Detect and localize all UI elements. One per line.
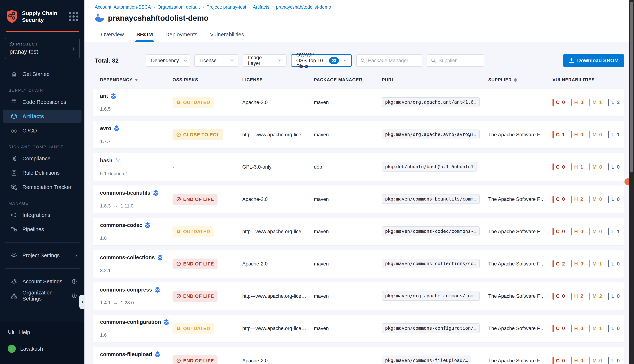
purl-value[interactable]: pkg:maven/commons-configuration/… [382, 323, 480, 333]
column-dependency[interactable]: DEPENDENCY [100, 77, 173, 82]
table-header: DEPENDENCY OSS RISKS LICENSE PACKAGE MAN… [93, 77, 624, 82]
oss-risk-badge: OUTDATED [173, 97, 214, 108]
app-title: Supply Chain Security [22, 10, 65, 23]
table-row[interactable]: ant 1.6.5 OUTDATED Apache-2.0 maven pkg:… [93, 88, 624, 116]
license-value: GPL-3.0-only [242, 164, 314, 170]
purl-value[interactable]: pkg:maven/commons-fileupload/… [382, 356, 471, 364]
cube-icon [10, 42, 14, 46]
vulnerability-counts[interactable]: C0 H2 M2 L0 [552, 293, 624, 300]
breadcrumb-organization[interactable]: Organization: default [158, 4, 200, 10]
scrollbar-thumb[interactable] [630, 2, 633, 172]
vulnerability-counts[interactable]: C0 H0 M1 L2 [552, 99, 624, 106]
vulnerability-counts[interactable]: C0 H2 M0 L0 [552, 196, 624, 203]
app-switcher-icon[interactable] [69, 12, 79, 21]
sidebar-item-rule-definitions[interactable]: Rule Definitions [3, 166, 82, 180]
sidebar-item-pipelines[interactable]: Pipelines [3, 223, 82, 236]
purl-value[interactable]: pkg:maven/commons-collections/co… [382, 259, 480, 268]
vertical-scrollbar[interactable] [629, 0, 634, 364]
purl-value[interactable]: pkg:maven/org.apache.avro/avro@1… [382, 130, 480, 139]
sidebar-collapse-handle[interactable]: ◂ [79, 295, 85, 309]
vulnerability-counts[interactable]: C0 H0 M1 L0 [552, 325, 624, 332]
purl-value[interactable]: pkg:deb/ubuntu/bash@5.1-6ubuntu1 [382, 162, 477, 172]
table-row[interactable]: avro 1.7.7 CLOSE TO EOL http---www.apach… [93, 121, 624, 148]
sidebar-item-label: Account Settings [23, 278, 63, 284]
breadcrumb-project[interactable]: Project: pranay-test [206, 4, 246, 10]
sidebar-item-remediation-tracker[interactable]: Remediation Tracker [3, 180, 82, 194]
sidebar-item-project-settings[interactable]: Project Settings › [3, 249, 82, 262]
owasp-filter-dropdown[interactable]: OWASP OSS Top 10 Risks 02 [291, 54, 352, 67]
purl-value[interactable]: pkg:maven/org.apache.commons/com… [382, 291, 480, 301]
purl-value[interactable]: pkg:maven/commons-beanutils/comm… [382, 194, 480, 204]
column-supplier[interactable]: SUPPLIER [488, 77, 552, 82]
purl-value[interactable]: pkg:maven/commons-codec/commons-… [382, 226, 480, 236]
dependency-name[interactable]: avro [100, 125, 111, 131]
table-row[interactable]: commons-fileupload END OF LIFE Apache-2.… [93, 347, 624, 364]
license-filter-dropdown[interactable]: License [194, 54, 238, 67]
package-manager-search-input[interactable] [368, 58, 418, 64]
breadcrumb-artifacts[interactable]: Artifacts [253, 4, 269, 10]
image-layer-filter-dropdown[interactable]: Image Layer [243, 54, 287, 67]
breadcrumb-artifact-name[interactable]: pranaycshah/todolist-demo [276, 4, 331, 10]
sidebar-item-compliance[interactable]: Compliance [3, 152, 82, 165]
dependency-filter-dropdown[interactable]: Dependency [146, 54, 190, 67]
supplier-search[interactable] [427, 54, 484, 67]
project-selector[interactable]: PROJECT pranay-test › [5, 38, 80, 59]
table-row[interactable]: commons-configuration 1.6 OUTDATED http-… [93, 315, 624, 342]
supplier-search-input[interactable] [438, 58, 480, 64]
sidebar-item-code-repositories[interactable]: </> Code Repositories [3, 96, 82, 108]
oss-risk-badge: OUTDATED [173, 226, 214, 237]
tab-vulnerabilities[interactable]: Vulnerabilities [204, 29, 250, 42]
sidebar-item-account-settings[interactable]: Account Settings [3, 275, 82, 288]
breadcrumb-account[interactable]: Account: Automation-SSCA [95, 4, 151, 10]
package-manager-value: maven [314, 196, 382, 202]
package-manager-value: maven [314, 100, 382, 105]
user-menu[interactable]: L Lavakush [0, 342, 85, 355]
help-button[interactable]: ? Help [0, 326, 85, 339]
sidebar-item-integrations[interactable]: Integrations [3, 208, 82, 222]
dependency-name[interactable]: ant [100, 93, 108, 99]
vulnerability-counts[interactable]: C1 H0 M0 L1 [552, 131, 624, 138]
sidebar-item-organization-settings[interactable]: Organization Settings [3, 289, 82, 302]
sidebar-item-get-started[interactable]: Get Started [3, 68, 82, 81]
dependency-version: 1.6 [100, 236, 107, 241]
package-manager-value: maven [314, 293, 382, 299]
package-manager-value: maven [314, 229, 382, 234]
dependency-name[interactable]: commons-fileupload [100, 351, 152, 358]
vulnerability-counts[interactable]: C0 H0 M0 L1 [552, 228, 624, 235]
vulnerability-counts[interactable]: C2 H0 M1 L0 [552, 260, 624, 267]
sidebar-item-label: CI/CD [23, 128, 37, 134]
tab-deployments[interactable]: Deployments [159, 29, 204, 42]
chevron-right-icon: › [75, 252, 77, 258]
vulnerability-counts[interactable]: C0 H0 M0 L0 [552, 357, 624, 364]
dependency-name[interactable]: commons-beanutils [100, 190, 150, 196]
code-repository-icon: </> [10, 98, 18, 106]
layers-dashed-icon [115, 158, 121, 164]
svg-text:?: ? [10, 330, 11, 333]
user-name: Lavakush [20, 346, 43, 352]
dependency-name[interactable]: bash [100, 158, 113, 164]
table-row[interactable]: commons-compress 1.4.11.28.0 END OF LIFE… [93, 282, 624, 310]
table-row[interactable]: bash 5.1-6ubuntu1 - GPL-3.0-only deb pkg… [93, 153, 624, 181]
tab-sbom[interactable]: SBOM [130, 29, 159, 42]
tab-overview[interactable]: Overview [95, 29, 130, 42]
layers-icon [157, 254, 163, 260]
layers-icon [164, 319, 169, 325]
package-manager-search[interactable] [356, 54, 422, 67]
table-row[interactable]: commons-collections 3.2.1 END OF LIFE Ap… [93, 250, 624, 278]
arrow-right-icon [113, 300, 118, 306]
download-sbom-button[interactable]: Download SBOM [563, 54, 624, 67]
sidebar-item-cicd[interactable]: ∞ CI/CD [3, 124, 82, 137]
dependency-name[interactable]: commons-configuration [100, 319, 161, 325]
dependency-name[interactable]: commons-compress [100, 287, 152, 293]
dropdown-label: Dependency [151, 58, 179, 64]
sidebar-item-artifacts[interactable]: Artifacts [3, 110, 82, 123]
dependency-version: 1.7.7 [100, 138, 111, 144]
supplier-value: The Apache Software Foun… [488, 326, 552, 331]
dependency-name[interactable]: commons-collections [100, 254, 155, 260]
vulnerability-counts[interactable]: C0 H1 M0 L0 [552, 164, 624, 170]
table-row[interactable]: commons-codec 1.6 OUTDATED http---www.ap… [93, 218, 624, 245]
purl-value[interactable]: pkg:maven/org.apache.ant/ant@1.6… [382, 97, 480, 107]
sbom-table: ant 1.6.5 OUTDATED Apache-2.0 maven pkg:… [93, 88, 624, 364]
table-row[interactable]: commons-beanutils 1.8.31.11.0 END OF LIF… [93, 186, 624, 213]
dependency-name[interactable]: commons-codec [100, 222, 142, 228]
